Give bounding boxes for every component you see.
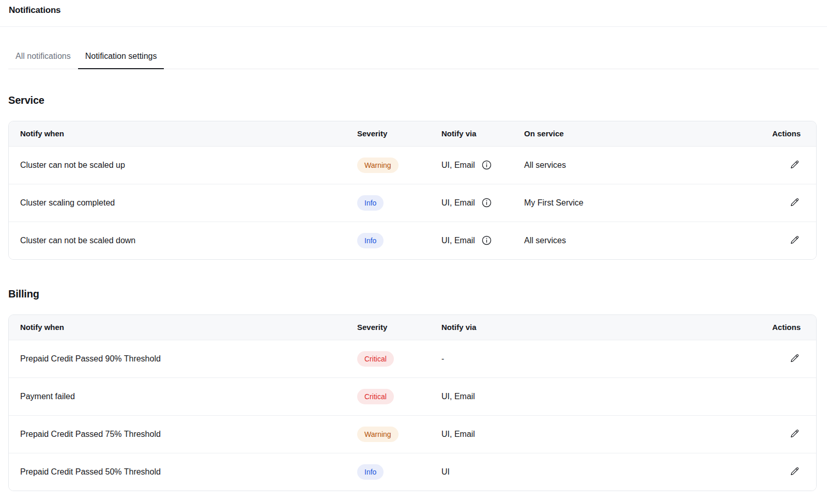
pencil-icon bbox=[789, 470, 800, 478]
severity-badge-critical: Critical bbox=[357, 389, 394, 404]
notify-via-value: UI, Email bbox=[441, 392, 475, 401]
page-header: Notifications bbox=[0, 0, 827, 27]
column-header-actions: Actions bbox=[749, 121, 816, 146]
info-circle-icon[interactable] bbox=[481, 235, 492, 246]
severity-cell: Info bbox=[357, 453, 441, 491]
notification-table-service: Notify whenSeverityNotify viaOn serviceA… bbox=[8, 121, 817, 260]
pencil-icon bbox=[789, 201, 800, 209]
pencil-icon bbox=[789, 164, 800, 171]
notify-via-value: UI, Email bbox=[441, 430, 475, 439]
column-header-notify-when: Notify when bbox=[9, 315, 357, 340]
actions-cell bbox=[749, 340, 816, 377]
notify-via-value: - bbox=[441, 354, 444, 364]
pencil-icon bbox=[789, 239, 800, 247]
actions-cell bbox=[749, 222, 816, 259]
table-row: Prepaid Credit Passed 75% ThresholdWarni… bbox=[9, 415, 816, 453]
severity-badge-info: Info bbox=[357, 464, 384, 480]
notify-when-cell: Prepaid Credit Passed 75% Threshold bbox=[9, 415, 357, 453]
table-row: Cluster can not be scaled upWarningUI, E… bbox=[9, 146, 816, 184]
column-header-notify-via: Notify via bbox=[441, 121, 524, 146]
column-header-on-service: On service bbox=[524, 121, 749, 146]
on-service-cell: All services bbox=[524, 146, 749, 184]
notify-via-value: UI, Email bbox=[441, 198, 475, 208]
column-header-severity: Severity bbox=[357, 315, 441, 340]
table-row: Cluster scaling completedInfoUI, EmailMy… bbox=[9, 184, 816, 222]
tab-all-notifications[interactable]: All notifications bbox=[8, 45, 78, 69]
severity-badge-info: Info bbox=[357, 195, 384, 211]
notify-via-value: UI, Email bbox=[441, 161, 475, 170]
notify-via-cell: UI bbox=[441, 453, 749, 491]
severity-cell: Critical bbox=[357, 377, 441, 415]
notify-via-cell: UI, Email bbox=[441, 415, 749, 453]
severity-cell: Info bbox=[357, 184, 441, 222]
edit-button[interactable] bbox=[788, 196, 801, 209]
column-header-notify-via: Notify via bbox=[441, 315, 749, 340]
severity-badge-warning: Warning bbox=[357, 427, 399, 442]
pencil-icon bbox=[789, 433, 800, 440]
actions-cell bbox=[749, 146, 816, 184]
notify-when-cell: Cluster can not be scaled down bbox=[9, 222, 357, 259]
tab-bar: All notifications Notification settings bbox=[8, 45, 819, 69]
actions-cell bbox=[749, 377, 816, 415]
table-row: Payment failedCriticalUI, Email bbox=[9, 377, 816, 415]
edit-button[interactable] bbox=[788, 352, 801, 365]
table-row: Prepaid Credit Passed 50% ThresholdInfoU… bbox=[9, 453, 816, 491]
notify-via-cell: - bbox=[441, 340, 749, 377]
edit-button[interactable] bbox=[788, 465, 801, 478]
on-service-cell: My First Service bbox=[524, 184, 749, 222]
table-row: Prepaid Credit Passed 90% ThresholdCriti… bbox=[9, 340, 816, 377]
notify-when-cell: Cluster can not be scaled up bbox=[9, 146, 357, 184]
actions-cell bbox=[749, 453, 816, 491]
notify-when-cell: Cluster scaling completed bbox=[9, 184, 357, 222]
column-header-notify-when: Notify when bbox=[9, 121, 357, 146]
notify-when-cell: Payment failed bbox=[9, 377, 357, 415]
notify-when-cell: Prepaid Credit Passed 90% Threshold bbox=[9, 340, 357, 377]
page-title: Notifications bbox=[9, 5, 827, 15]
severity-cell: Warning bbox=[357, 146, 441, 184]
actions-cell bbox=[749, 415, 816, 453]
tab-notification-settings[interactable]: Notification settings bbox=[78, 45, 164, 69]
notify-via-value: UI bbox=[441, 467, 450, 477]
severity-cell: Warning bbox=[357, 415, 441, 453]
notify-via-cell: UI, Email bbox=[441, 377, 749, 415]
edit-button[interactable] bbox=[788, 428, 801, 440]
edit-button[interactable] bbox=[788, 234, 801, 246]
section-heading-billing: Billing bbox=[8, 287, 827, 301]
severity-badge-info: Info bbox=[357, 233, 384, 248]
actions-cell bbox=[749, 184, 816, 222]
notification-table-billing: Notify whenSeverityNotify viaActionsPrep… bbox=[8, 314, 817, 491]
notify-via-value: UI, Email bbox=[441, 236, 475, 245]
notify-via-cell: UI, Email bbox=[441, 184, 524, 222]
on-service-cell: All services bbox=[524, 222, 749, 259]
info-circle-icon[interactable] bbox=[481, 197, 492, 208]
section-heading-service: Service bbox=[8, 93, 827, 107]
severity-badge-critical: Critical bbox=[357, 351, 394, 367]
settings-sections: ServiceNotify whenSeverityNotify viaOn s… bbox=[0, 93, 827, 491]
pencil-icon bbox=[789, 357, 800, 365]
notify-when-cell: Prepaid Credit Passed 50% Threshold bbox=[9, 453, 357, 491]
severity-badge-warning: Warning bbox=[357, 158, 399, 173]
column-header-actions: Actions bbox=[749, 315, 816, 340]
severity-cell: Critical bbox=[357, 340, 441, 377]
table-row: Cluster can not be scaled downInfoUI, Em… bbox=[9, 222, 816, 259]
column-header-severity: Severity bbox=[357, 121, 441, 146]
notify-via-cell: UI, Email bbox=[441, 222, 524, 259]
notify-via-cell: UI, Email bbox=[441, 146, 524, 184]
info-circle-icon[interactable] bbox=[481, 160, 492, 170]
edit-button[interactable] bbox=[788, 159, 801, 171]
severity-cell: Info bbox=[357, 222, 441, 259]
